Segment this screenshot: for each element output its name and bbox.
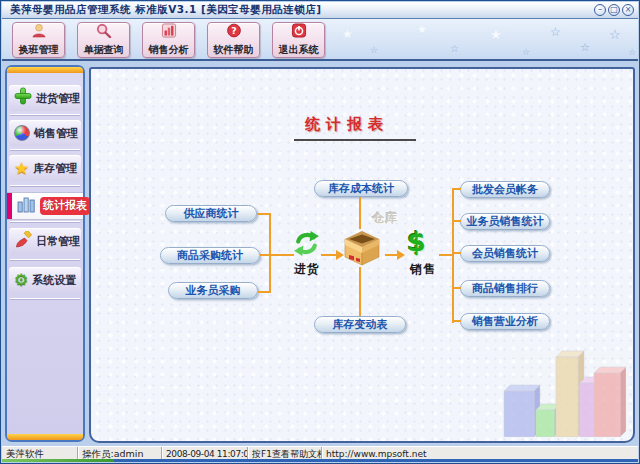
yellow-star-icon: ★ (14, 160, 29, 177)
connector-line (257, 213, 270, 215)
star-decoration: ☆ (370, 45, 378, 55)
sidebar-item-label: 销售管理 (34, 126, 78, 141)
menu-button-product-sales-ranking[interactable]: 商品销售排行 (460, 280, 550, 297)
shift-user-icon (29, 23, 49, 42)
sidebar-item-label: 库存管理 (33, 161, 77, 176)
sales-dollar-icon: $ (407, 227, 426, 257)
toolbar-button-label: 销售分析 (149, 43, 189, 57)
search-icon (94, 23, 114, 42)
toolbar-button-document-query[interactable]: 单据查询 (77, 22, 130, 58)
connector-line (452, 220, 461, 222)
purchase-recycle-icon (293, 230, 320, 261)
sales-label: 销售 (403, 261, 443, 278)
sidebar-item-label: 系统设置 (32, 273, 76, 288)
toolbar-button-label: 单据查询 (84, 43, 124, 57)
title-underline (294, 139, 416, 141)
connector-line (269, 213, 271, 293)
connector-line (452, 188, 461, 190)
star-decoration: ★ (342, 27, 353, 41)
power-icon (289, 23, 309, 42)
star-decoration: ☆ (580, 41, 590, 54)
sidebar-divider (10, 149, 80, 151)
toolbar-button-shift-management[interactable]: 换班管理 (12, 22, 65, 58)
sidebar-item-purchase-management[interactable]: 进货管理 (9, 85, 81, 111)
sidebar-item-label: 统计报表 (40, 197, 90, 215)
sidebar-divider (10, 221, 80, 223)
sidebar: 进货管理 销售管理 ★ 库存管理 统计报表 (5, 65, 85, 442)
warehouse-label: 仓库 (372, 210, 398, 227)
toolbar-button-label: 退出系统 (279, 43, 319, 57)
green-plus-icon (14, 87, 32, 109)
sidebar-item-sales-management[interactable]: 销售管理 (9, 120, 81, 146)
window-title: 美萍母婴用品店管理系统 标准版V3.1 [美因宝母婴用品连锁店] (2, 3, 322, 17)
bottom-strip (2, 459, 638, 462)
connector-line (452, 287, 461, 289)
star-decoration: ★ (417, 23, 427, 36)
toolbar-button-label: 软件帮助 (214, 43, 254, 57)
svg-text:?: ? (231, 25, 236, 36)
purchase-label: 进货 (287, 261, 327, 278)
menu-button-sales-business-analysis[interactable]: 销售营业分析 (460, 313, 550, 330)
toolbar-button-sales-analysis[interactable]: 销售分析 (142, 22, 195, 58)
brush-icon (14, 231, 32, 252)
sidebar-item-statistics-report[interactable]: 统计报表 (7, 192, 83, 220)
menu-button-supplier-statistics[interactable]: 供应商统计 (165, 205, 257, 222)
star-decoration: ☆ (522, 47, 530, 57)
restore-button[interactable]: □ (608, 4, 620, 16)
toolbar-button-software-help[interactable]: ? 软件帮助 (207, 22, 260, 58)
connector-line (321, 254, 337, 256)
titlebar: 美萍母婴用品店管理系统 标准版V3.1 [美因宝母婴用品连锁店] – □ × (2, 2, 638, 19)
bar-chart-decoration (496, 349, 626, 441)
sidebar-divider (10, 259, 80, 261)
sidebar-item-label: 日常管理 (36, 234, 80, 249)
toolbar-button-exit-system[interactable]: 退出系统 (272, 22, 325, 58)
star-decoration: ☆ (450, 43, 459, 54)
color-sphere-icon (14, 125, 30, 141)
menu-button-product-purchase-statistics[interactable]: 商品采购统计 (160, 247, 260, 264)
connector-line (439, 254, 453, 256)
gear-icon: ⚙ (14, 272, 28, 288)
sidebar-divider (10, 114, 80, 116)
connector-line (359, 267, 361, 316)
connector-line (258, 291, 270, 293)
menu-button-salesperson-purchase[interactable]: 业务员采购 (168, 282, 258, 299)
sidebar-divider (10, 185, 80, 187)
page-title: 统计报表 (282, 115, 412, 134)
star-decoration: ★ (490, 27, 502, 42)
menu-button-inventory-cost-statistics[interactable]: 库存成本统计 (314, 180, 408, 197)
arrow-right-icon (397, 250, 405, 260)
bar-chart-icon (17, 196, 36, 217)
star-decoration: ☆ (628, 47, 636, 57)
close-button[interactable]: × (622, 4, 634, 16)
sidebar-divider (10, 298, 80, 300)
sidebar-item-label: 进货管理 (36, 91, 80, 106)
menu-button-wholesale-member-accounts[interactable]: 批发会员帐务 (460, 181, 550, 198)
connector-line (452, 252, 461, 254)
window-controls: – □ × (594, 4, 634, 16)
connector-line (359, 197, 361, 229)
star-decoration: ☆ (609, 27, 621, 42)
warehouse-box-icon (341, 227, 383, 271)
connector-line (452, 320, 461, 322)
star-decoration: ☆ (550, 25, 561, 39)
connector-line (260, 254, 294, 256)
menu-button-salesperson-sales-statistics[interactable]: 业务员销售统计 (460, 213, 550, 230)
main-panel: 统计报表 供应商统计 商品采购统计 业务员采购 库存成本统计 库存变动表 批发会… (89, 67, 635, 443)
app-window: 美萍母婴用品店管理系统 标准版V3.1 [美因宝母婴用品连锁店] – □ × 换… (0, 0, 640, 464)
bottom-strip-green-segment (2, 459, 114, 462)
toolbar-button-label: 换班管理 (19, 43, 59, 57)
sidebar-item-inventory-management[interactable]: ★ 库存管理 (9, 155, 81, 181)
sidebar-item-system-settings[interactable]: ⚙ 系统设置 (9, 267, 81, 293)
help-icon: ? (224, 23, 244, 42)
minimize-button[interactable]: – (594, 4, 606, 16)
sidebar-item-daily-management[interactable]: 日常管理 (9, 228, 81, 254)
sales-chart-icon (159, 23, 179, 42)
toolbar: 换班管理 单据查询 销售分析 (2, 19, 638, 61)
menu-button-inventory-change-table[interactable]: 库存变动表 (314, 316, 406, 333)
menu-button-member-sales-statistics[interactable]: 会员销售统计 (460, 245, 550, 262)
connector-line (452, 188, 454, 323)
selected-stripe (7, 193, 12, 219)
